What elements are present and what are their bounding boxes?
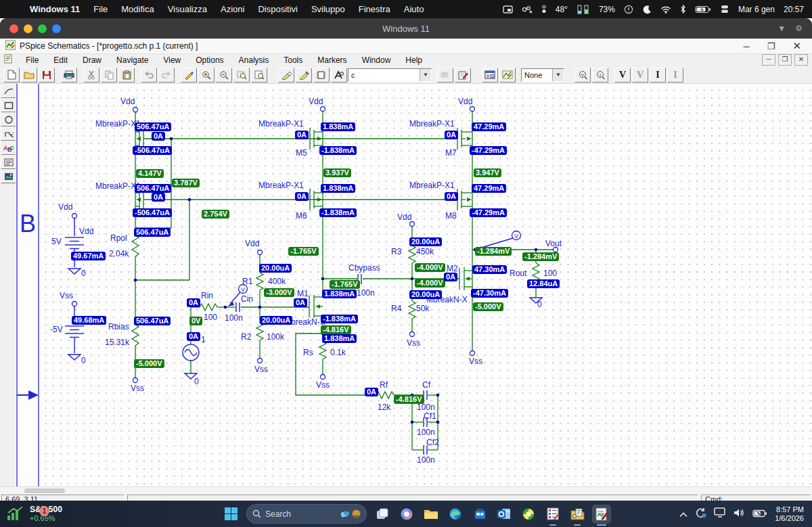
schematic-text[interactable]: MbreakP-X1 [258, 181, 304, 190]
schematic-text[interactable]: 100n [417, 428, 435, 437]
schematic-text[interactable]: 400k [268, 277, 286, 286]
abc-text-tool-button[interactable]: ABC [1, 141, 16, 155]
menu-modifica[interactable]: Modifica [114, 4, 160, 14]
schematic-text[interactable]: Vdd [309, 97, 323, 106]
voltage-label[interactable]: -1.284mV [475, 247, 512, 256]
schematic-text[interactable]: Cbypass [348, 263, 380, 273]
voltage-label[interactable]: -1.765V [288, 247, 319, 256]
voltage-label[interactable]: 0V [189, 317, 202, 325]
polyline-tool-button[interactable] [1, 127, 16, 141]
schematic-text[interactable]: Vdd [458, 97, 472, 106]
mdi-minimize-icon[interactable]: ─ [762, 54, 775, 66]
schematic-text[interactable]: 0 [81, 269, 86, 278]
cut-button[interactable] [83, 68, 99, 83]
marker-current-button[interactable]: I [592, 68, 608, 83]
schematic-text[interactable]: M7 [445, 148, 457, 158]
schematic-text[interactable]: Vss [254, 365, 268, 374]
store-button[interactable] [471, 505, 489, 523]
current-label[interactable]: 0A [294, 298, 307, 307]
schematic-text[interactable]: R3 [391, 247, 401, 256]
schematic-text[interactable]: Vout [545, 239, 562, 248]
schematic-text[interactable]: M6 [296, 211, 307, 221]
current-label[interactable]: 47.29mA [472, 122, 506, 131]
battery-charging-icon[interactable] [695, 5, 711, 14]
file-explorer-button[interactable] [422, 505, 440, 523]
voltage-label[interactable]: -4.000V [415, 263, 445, 272]
voltage-label[interactable]: -3.000V [264, 288, 294, 297]
schematic-text[interactable]: R2 [241, 332, 251, 342]
show-voltages-diff-button[interactable]: V [632, 68, 648, 83]
mdi-restore-icon[interactable]: ❐ [778, 54, 792, 66]
schematic-text[interactable]: Vss [469, 357, 482, 366]
istat-icon[interactable] [720, 5, 729, 14]
schematic-text[interactable]: Cin [241, 294, 253, 304]
schematic-text[interactable]: 100n [417, 403, 435, 412]
sensor-icon[interactable] [541, 5, 547, 14]
setup-analysis-button[interactable] [482, 68, 498, 83]
schematic-text[interactable]: Vdd [245, 239, 259, 248]
voltage-label[interactable]: 3.947V [474, 168, 501, 177]
arc-tool-button[interactable] [1, 84, 16, 98]
print-button[interactable] [61, 68, 77, 83]
current-label[interactable]: 0A [445, 192, 458, 201]
marker-combobox[interactable]: None ▼ [521, 68, 564, 82]
moon-icon[interactable] [642, 5, 652, 14]
current-label[interactable]: 0A [445, 131, 458, 139]
schematic-canvas[interactable]: V V B VddVddVddMbreakP-X1MbreakP-X1Mbrea… [16, 84, 812, 486]
schematic-text[interactable]: Vss [316, 380, 330, 390]
schematic-text[interactable]: R1 [242, 277, 252, 286]
screen-capture-icon[interactable] [503, 5, 513, 14]
edge-button[interactable] [447, 505, 464, 523]
schematic-text[interactable]: 0.1k [330, 348, 346, 357]
chevron-down-icon[interactable]: ▼ [552, 69, 564, 81]
schematic-text[interactable]: 0 [194, 377, 199, 386]
copilot-button[interactable] [398, 505, 415, 523]
voltage-label[interactable]: 3.787V [172, 179, 200, 187]
current-label[interactable]: -47.30mA [471, 289, 508, 298]
schematic-text[interactable]: Vdd [58, 202, 72, 212]
schematic-text[interactable]: 100n [417, 455, 435, 465]
current-label[interactable]: 20.00uA [260, 316, 292, 325]
marker-voltage-button[interactable]: V [574, 68, 591, 83]
current-label[interactable]: 1.838mA [321, 122, 355, 131]
chevron-down-icon[interactable]: ▼ [420, 69, 431, 81]
schematic-text[interactable]: 450k [416, 247, 434, 256]
wire-button[interactable] [278, 68, 294, 83]
schematic-text[interactable]: 2.04k [109, 249, 129, 258]
menu-file[interactable]: File [18, 55, 46, 65]
current-label[interactable]: 506.47uA [135, 122, 171, 131]
schematic-text[interactable]: MbreakP-X1 [258, 119, 304, 129]
schematic-text[interactable]: Vdd [397, 212, 411, 222]
start-button[interactable] [222, 505, 240, 523]
sync-app-button[interactable] [520, 505, 537, 523]
schematic-text[interactable]: 0 [81, 356, 86, 365]
current-label[interactable]: -1.838mA [319, 208, 357, 217]
dropdown-icon[interactable]: ▼ [777, 24, 786, 33]
ellipse-tool-button[interactable] [1, 112, 16, 127]
current-label[interactable]: 506.47uA [135, 184, 171, 193]
schematic-text[interactable]: 1 [201, 335, 206, 344]
schematic-text[interactable]: 100 [543, 269, 557, 278]
picture-tool-button[interactable] [1, 169, 16, 183]
schematic-text[interactable]: 5V [51, 237, 62, 246]
schematic-text[interactable]: Rin [201, 291, 213, 300]
alert-icon[interactable] [624, 5, 633, 14]
menu-options[interactable]: Options [188, 55, 231, 65]
display-icon[interactable] [714, 507, 726, 520]
copy-button[interactable] [101, 68, 117, 83]
planner-app-button[interactable] [544, 505, 562, 523]
minimize-icon[interactable]: ─ [744, 41, 750, 51]
current-label[interactable]: -47.29mA [470, 208, 507, 217]
gear-icon[interactable]: ⚙ [795, 24, 803, 33]
current-label[interactable]: 20.00uA [259, 264, 292, 273]
part-combobox[interactable]: c ▼ [348, 68, 432, 82]
schematic-text[interactable]: 100 [204, 313, 217, 322]
zoom-in-button[interactable] [198, 68, 215, 83]
current-label[interactable]: 0A [187, 298, 200, 307]
menu-markers[interactable]: Markers [310, 55, 354, 65]
show-voltages-button[interactable]: V [614, 68, 631, 83]
undo-button[interactable] [141, 68, 157, 83]
outlook-button[interactable] [495, 505, 513, 523]
schematic-text[interactable]: Vss [131, 384, 144, 393]
menu-azioni[interactable]: Azioni [214, 4, 251, 14]
